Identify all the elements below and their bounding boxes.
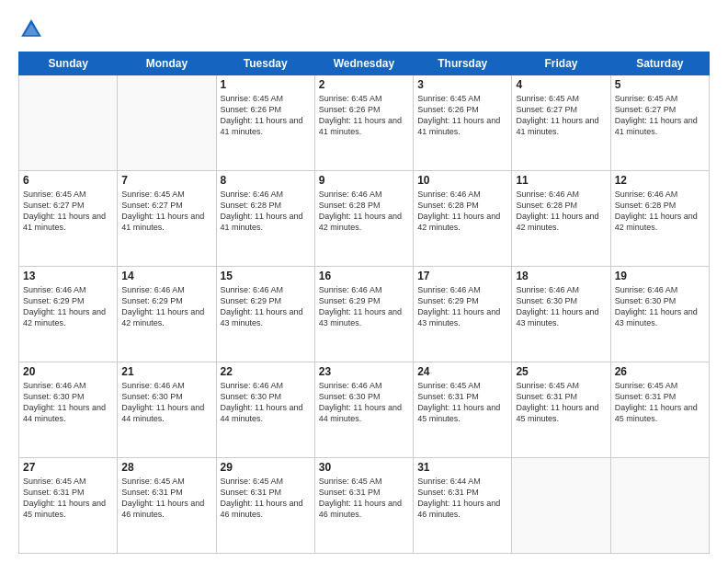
day-info: Sunrise: 6:45 AM Sunset: 6:31 PM Dayligh… — [319, 476, 409, 521]
day-number: 13 — [23, 270, 113, 282]
day-info: Sunrise: 6:46 AM Sunset: 6:29 PM Dayligh… — [221, 284, 311, 329]
day-number: 19 — [615, 270, 705, 282]
day-cell: 3Sunrise: 6:45 AM Sunset: 6:26 PM Daylig… — [414, 75, 512, 171]
day-info: Sunrise: 6:46 AM Sunset: 6:29 PM Dayligh… — [319, 284, 409, 329]
day-cell: 26Sunrise: 6:45 AM Sunset: 6:31 PM Dayli… — [610, 362, 709, 458]
day-info: Sunrise: 6:45 AM Sunset: 6:27 PM Dayligh… — [121, 189, 211, 234]
day-number: 17 — [417, 270, 507, 282]
weekday-header-tuesday: Tuesday — [216, 52, 314, 75]
day-info: Sunrise: 6:46 AM Sunset: 6:29 PM Dayligh… — [417, 284, 507, 329]
day-cell: 15Sunrise: 6:46 AM Sunset: 6:29 PM Dayli… — [216, 267, 314, 362]
day-cell: 27Sunrise: 6:45 AM Sunset: 6:31 PM Dayli… — [19, 458, 118, 554]
day-info: Sunrise: 6:46 AM Sunset: 6:30 PM Dayligh… — [615, 284, 705, 329]
day-info: Sunrise: 6:46 AM Sunset: 6:30 PM Dayligh… — [121, 380, 211, 425]
day-cell: 28Sunrise: 6:45 AM Sunset: 6:31 PM Dayli… — [118, 458, 216, 554]
day-cell: 1Sunrise: 6:45 AM Sunset: 6:26 PM Daylig… — [216, 75, 314, 171]
day-info: Sunrise: 6:46 AM Sunset: 6:28 PM Dayligh… — [516, 189, 606, 234]
day-info: Sunrise: 6:45 AM Sunset: 6:31 PM Dayligh… — [615, 380, 705, 425]
day-number: 18 — [516, 270, 606, 282]
day-info: Sunrise: 6:45 AM Sunset: 6:26 PM Dayligh… — [221, 93, 311, 138]
day-number: 31 — [417, 461, 507, 474]
day-cell: 10Sunrise: 6:46 AM Sunset: 6:28 PM Dayli… — [414, 171, 512, 267]
day-info: Sunrise: 6:46 AM Sunset: 6:30 PM Dayligh… — [319, 380, 409, 425]
day-cell: 16Sunrise: 6:46 AM Sunset: 6:29 PM Dayli… — [314, 267, 413, 362]
weekday-header-monday: Monday — [118, 52, 216, 75]
page: SundayMondayTuesdayWednesdayThursdayFrid… — [0, 0, 728, 563]
day-number: 29 — [221, 461, 311, 474]
header — [18, 17, 710, 42]
day-cell: 19Sunrise: 6:46 AM Sunset: 6:30 PM Dayli… — [610, 267, 709, 362]
day-cell: 7Sunrise: 6:45 AM Sunset: 6:27 PM Daylig… — [118, 171, 216, 267]
day-number: 3 — [417, 78, 507, 91]
weekday-header-friday: Friday — [512, 52, 610, 75]
day-cell — [610, 458, 709, 554]
day-number: 16 — [319, 270, 409, 282]
day-number: 11 — [516, 174, 606, 187]
week-row-5: 27Sunrise: 6:45 AM Sunset: 6:31 PM Dayli… — [19, 458, 710, 554]
day-info: Sunrise: 6:45 AM Sunset: 6:31 PM Dayligh… — [121, 476, 211, 521]
day-number: 15 — [221, 270, 311, 282]
day-cell: 29Sunrise: 6:45 AM Sunset: 6:31 PM Dayli… — [216, 458, 314, 554]
day-cell: 13Sunrise: 6:46 AM Sunset: 6:29 PM Dayli… — [19, 267, 118, 362]
day-cell: 14Sunrise: 6:46 AM Sunset: 6:29 PM Dayli… — [118, 267, 216, 362]
day-number: 24 — [417, 365, 507, 378]
day-cell: 31Sunrise: 6:44 AM Sunset: 6:31 PM Dayli… — [414, 458, 512, 554]
day-number: 21 — [121, 365, 211, 378]
day-cell: 5Sunrise: 6:45 AM Sunset: 6:27 PM Daylig… — [610, 75, 709, 171]
day-info: Sunrise: 6:46 AM Sunset: 6:28 PM Dayligh… — [221, 189, 311, 234]
day-cell: 18Sunrise: 6:46 AM Sunset: 6:30 PM Dayli… — [512, 267, 610, 362]
day-number: 12 — [615, 174, 705, 187]
weekday-header-thursday: Thursday — [414, 52, 512, 75]
day-info: Sunrise: 6:46 AM Sunset: 6:30 PM Dayligh… — [221, 380, 311, 425]
day-number: 6 — [23, 174, 113, 187]
day-cell: 12Sunrise: 6:46 AM Sunset: 6:28 PM Dayli… — [610, 171, 709, 267]
weekday-header-row: SundayMondayTuesdayWednesdayThursdayFrid… — [19, 52, 710, 75]
day-cell: 4Sunrise: 6:45 AM Sunset: 6:27 PM Daylig… — [512, 75, 610, 171]
day-number: 25 — [516, 365, 606, 378]
day-cell: 25Sunrise: 6:45 AM Sunset: 6:31 PM Dayli… — [512, 362, 610, 458]
day-cell: 20Sunrise: 6:46 AM Sunset: 6:30 PM Dayli… — [19, 362, 118, 458]
day-cell: 8Sunrise: 6:46 AM Sunset: 6:28 PM Daylig… — [216, 171, 314, 267]
day-number: 23 — [319, 365, 409, 378]
day-cell: 17Sunrise: 6:46 AM Sunset: 6:29 PM Dayli… — [414, 267, 512, 362]
week-row-1: 1Sunrise: 6:45 AM Sunset: 6:26 PM Daylig… — [19, 75, 710, 171]
day-number: 7 — [121, 174, 211, 187]
day-number: 4 — [516, 78, 606, 91]
day-info: Sunrise: 6:45 AM Sunset: 6:31 PM Dayligh… — [23, 476, 113, 521]
day-info: Sunrise: 6:45 AM Sunset: 6:27 PM Dayligh… — [23, 189, 113, 234]
weekday-header-sunday: Sunday — [19, 52, 118, 75]
day-info: Sunrise: 6:45 AM Sunset: 6:26 PM Dayligh… — [417, 93, 507, 138]
day-number: 1 — [221, 78, 311, 91]
day-info: Sunrise: 6:46 AM Sunset: 6:29 PM Dayligh… — [121, 284, 211, 329]
logo — [18, 17, 48, 42]
day-number: 27 — [23, 461, 113, 474]
day-info: Sunrise: 6:45 AM Sunset: 6:27 PM Dayligh… — [516, 93, 606, 138]
day-info: Sunrise: 6:45 AM Sunset: 6:31 PM Dayligh… — [417, 380, 507, 425]
day-cell — [19, 75, 118, 171]
calendar-table: SundayMondayTuesdayWednesdayThursdayFrid… — [18, 52, 710, 554]
day-info: Sunrise: 6:46 AM Sunset: 6:30 PM Dayligh… — [516, 284, 606, 329]
day-info: Sunrise: 6:46 AM Sunset: 6:30 PM Dayligh… — [23, 380, 113, 425]
day-number: 8 — [221, 174, 311, 187]
weekday-header-wednesday: Wednesday — [314, 52, 413, 75]
day-number: 5 — [615, 78, 705, 91]
day-info: Sunrise: 6:45 AM Sunset: 6:31 PM Dayligh… — [221, 476, 311, 521]
day-number: 30 — [319, 461, 409, 474]
day-info: Sunrise: 6:45 AM Sunset: 6:31 PM Dayligh… — [516, 380, 606, 425]
day-cell: 2Sunrise: 6:45 AM Sunset: 6:26 PM Daylig… — [314, 75, 413, 171]
day-number: 22 — [221, 365, 311, 378]
day-number: 14 — [121, 270, 211, 282]
day-cell: 30Sunrise: 6:45 AM Sunset: 6:31 PM Dayli… — [314, 458, 413, 554]
day-cell: 21Sunrise: 6:46 AM Sunset: 6:30 PM Dayli… — [118, 362, 216, 458]
day-info: Sunrise: 6:46 AM Sunset: 6:29 PM Dayligh… — [23, 284, 113, 329]
day-cell — [118, 75, 216, 171]
day-info: Sunrise: 6:46 AM Sunset: 6:28 PM Dayligh… — [615, 189, 705, 234]
day-cell: 9Sunrise: 6:46 AM Sunset: 6:28 PM Daylig… — [314, 171, 413, 267]
day-cell: 6Sunrise: 6:45 AM Sunset: 6:27 PM Daylig… — [19, 171, 118, 267]
day-number: 20 — [23, 365, 113, 378]
day-info: Sunrise: 6:46 AM Sunset: 6:28 PM Dayligh… — [319, 189, 409, 234]
week-row-4: 20Sunrise: 6:46 AM Sunset: 6:30 PM Dayli… — [19, 362, 710, 458]
weekday-header-saturday: Saturday — [610, 52, 709, 75]
day-number: 28 — [121, 461, 211, 474]
week-row-3: 13Sunrise: 6:46 AM Sunset: 6:29 PM Dayli… — [19, 267, 710, 362]
